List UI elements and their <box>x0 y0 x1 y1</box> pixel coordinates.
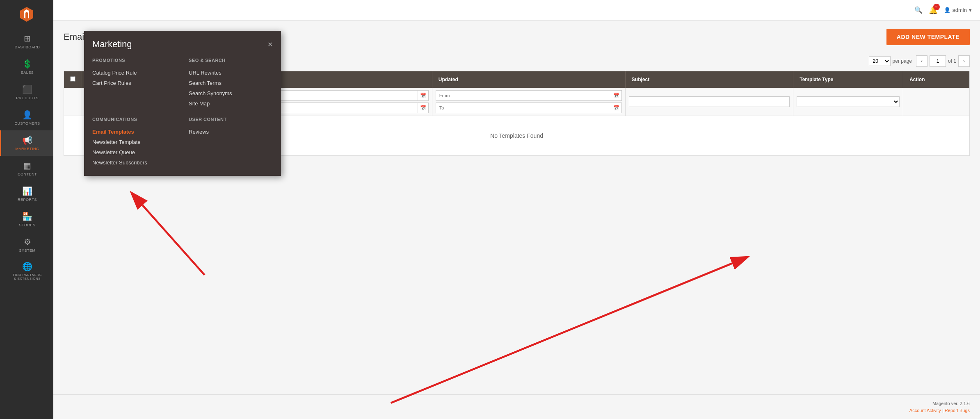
pagination: ‹ of 1 › <box>916 55 970 67</box>
sidebar-item-dashboard[interactable]: ⊞ DASHBOARD <box>0 29 53 54</box>
mega-menu-seo-column: SEO & Search URL Rewrites Search Terms S… <box>189 58 273 109</box>
sidebar: ⊞ DASHBOARD 💲 SALES ⬛ PRODUCTS 👤 CUSTOME… <box>0 0 53 419</box>
sidebar-item-sales[interactable]: 💲 SALES <box>0 54 53 80</box>
search-synonyms-link[interactable]: Search Synonyms <box>189 88 273 98</box>
filter-type-select[interactable] <box>797 96 900 107</box>
filter-updated-to-calendar-button[interactable]: 📅 <box>611 102 622 113</box>
sidebar-item-label: FIND PARTNERS& EXTENSIONS <box>13 273 41 280</box>
mega-menu-title: Marketing <box>92 39 132 50</box>
account-activity-link[interactable]: Account Activity <box>909 408 941 413</box>
find-partners-icon: 🌐 <box>22 262 32 271</box>
th-checkbox <box>64 71 82 88</box>
per-page-label: per page <box>893 58 912 64</box>
filter-updated-from-group: 📅 <box>436 90 622 101</box>
filter-updated-cell: 📅 📅 <box>432 88 625 116</box>
customers-icon: 👤 <box>22 110 32 120</box>
filter-added-to-calendar-button[interactable]: 📅 <box>418 102 429 113</box>
notification-badge: 2 <box>933 4 940 10</box>
email-templates-link[interactable]: Email Templates <box>92 127 176 137</box>
user-menu[interactable]: 👤 admin ▾ <box>944 7 972 13</box>
content-icon: ▦ <box>23 161 31 171</box>
mega-menu-close-button[interactable]: ✕ <box>267 41 273 48</box>
footer-version: Magento ver. 2.1.6 <box>64 401 970 406</box>
user-icon: 👤 <box>944 7 950 13</box>
mega-menu-communications-column: Communications Email Templates Newslette… <box>92 117 176 168</box>
newsletter-template-link[interactable]: Newsletter Template <box>92 137 176 147</box>
user-dropdown-icon: ▾ <box>969 7 972 13</box>
pagination-page-input[interactable] <box>930 55 946 67</box>
communications-section-title: Communications <box>92 117 176 122</box>
th-updated: Updated <box>432 71 625 88</box>
system-icon: ⚙ <box>24 237 31 247</box>
newsletter-subscribers-link[interactable]: Newsletter Subscribers <box>92 157 176 168</box>
mega-menu-bottom-columns: Communications Email Templates Newslette… <box>92 117 273 168</box>
per-page-control: 20 30 50 100 200 per page <box>869 56 912 66</box>
reports-icon: 📊 <box>22 186 32 196</box>
sidebar-item-label: MARKETING <box>15 147 39 151</box>
reviews-link[interactable]: Reviews <box>189 127 273 137</box>
sidebar-item-label: PRODUCTS <box>16 96 39 100</box>
sidebar-item-label: STORES <box>19 223 36 227</box>
filter-updated-from-input[interactable] <box>436 90 611 101</box>
filter-subject-cell <box>625 88 793 116</box>
filter-action-cell <box>903 88 970 116</box>
filter-updated-to-input[interactable] <box>436 102 611 113</box>
sidebar-item-label: CONTENT <box>18 172 37 176</box>
marketing-icon: 📢 <box>22 135 32 145</box>
mega-menu-top-columns: Promotions Catalog Price Rule Cart Price… <box>92 58 273 109</box>
user-content-section-title: User Content <box>189 117 273 122</box>
search-icon[interactable]: 🔍 <box>914 6 923 14</box>
mega-menu-user-content-column: User Content Reviews <box>189 117 273 168</box>
stores-icon: 🏪 <box>22 212 32 221</box>
sidebar-item-marketing[interactable]: 📢 MARKETING <box>0 130 53 156</box>
sidebar-item-label: SYSTEM <box>19 248 35 253</box>
sidebar-item-reports[interactable]: 📊 REPORTS <box>0 181 53 207</box>
notifications-icon[interactable]: 🔔 2 <box>929 6 938 15</box>
pagination-of: of 1 <box>948 58 956 64</box>
sidebar-item-label: CUSTOMERS <box>15 121 40 125</box>
select-all-checkbox[interactable] <box>70 76 75 82</box>
dashboard-icon: ⊞ <box>24 34 31 43</box>
site-map-link[interactable]: Site Map <box>189 98 273 109</box>
sidebar-item-content[interactable]: ▦ CONTENT <box>0 156 53 181</box>
pagination-next-button[interactable]: › <box>958 55 970 67</box>
sidebar-item-customers[interactable]: 👤 CUSTOMERS <box>0 105 53 130</box>
url-rewrites-link[interactable]: URL Rewrites <box>189 68 273 78</box>
sidebar-item-label: SALES <box>21 71 34 75</box>
sales-icon: 💲 <box>22 59 32 69</box>
filter-type-cell <box>793 88 903 116</box>
footer-links: Account Activity | Report Bugs <box>64 408 970 413</box>
newsletter-queue-link[interactable]: Newsletter Queue <box>92 147 176 157</box>
promotions-section-title: Promotions <box>92 58 176 63</box>
seo-section-title: SEO & Search <box>189 58 273 63</box>
report-bugs-link[interactable]: Report Bugs <box>945 408 970 413</box>
top-header: 🔍 🔔 2 👤 admin ▾ <box>53 0 980 20</box>
sidebar-item-find-partners[interactable]: 🌐 FIND PARTNERS& EXTENSIONS <box>0 257 53 285</box>
sidebar-item-label: DASHBOARD <box>15 45 40 49</box>
per-page-select[interactable]: 20 30 50 100 200 <box>869 56 891 66</box>
mega-menu-promotions-column: Promotions Catalog Price Rule Cart Price… <box>92 58 176 109</box>
filter-updated-to-group: 📅 <box>436 102 622 113</box>
add-new-template-button[interactable]: Add New Template <box>886 29 970 45</box>
sidebar-item-stores[interactable]: 🏪 STORES <box>0 207 53 232</box>
catalog-price-rule-link[interactable]: Catalog Price Rule <box>92 68 176 78</box>
logo[interactable] <box>16 4 37 25</box>
mega-menu[interactable]: Marketing ✕ Promotions Catalog Price Rul… <box>84 31 281 176</box>
sidebar-item-system[interactable]: ⚙ SYSTEM <box>0 232 53 257</box>
filter-added-from-calendar-button[interactable]: 📅 <box>418 90 429 101</box>
sidebar-item-products[interactable]: ⬛ PRODUCTS <box>0 80 53 105</box>
search-terms-link[interactable]: Search Terms <box>189 78 273 88</box>
filter-updated-from-calendar-button[interactable]: 📅 <box>611 90 622 101</box>
page-footer: Magento ver. 2.1.6 Account Activity | Re… <box>53 394 980 419</box>
cart-price-rules-link[interactable]: Cart Price Rules <box>92 78 176 88</box>
th-subject: Subject <box>625 71 793 88</box>
sidebar-item-label: REPORTS <box>18 198 37 202</box>
filter-subject-input[interactable] <box>629 96 790 107</box>
user-name: admin <box>953 7 967 13</box>
th-action: Action <box>903 71 970 88</box>
mega-menu-header: Marketing ✕ <box>92 39 273 50</box>
products-icon: ⬛ <box>22 84 32 94</box>
pagination-prev-button[interactable]: ‹ <box>916 55 927 67</box>
filter-checkbox-cell <box>64 88 82 116</box>
main-content: 🔍 🔔 2 👤 admin ▾ Email Templates Add New … <box>53 0 980 419</box>
